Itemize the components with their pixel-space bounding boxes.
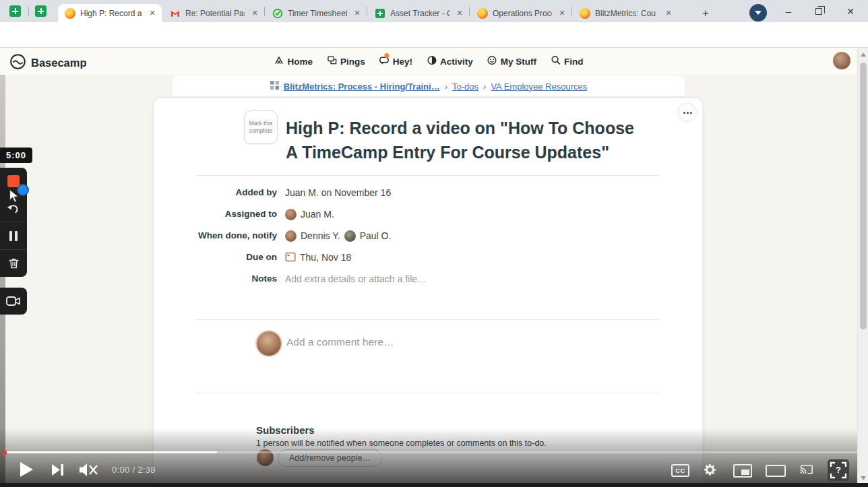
nav-find[interactable]: Find: [551, 55, 584, 67]
screen: High P: Record a ✕ Re: Potential Part ✕ …: [0, 0, 868, 487]
notify-avatar[interactable]: [285, 230, 297, 242]
trash-icon: [8, 257, 20, 269]
divider: [196, 319, 660, 320]
restore-icon: [815, 8, 822, 15]
tab-label: BlitzMetrics: Cou: [595, 9, 658, 18]
tab-separator: [28, 7, 29, 16]
settings-gear-button[interactable]: [702, 462, 718, 480]
close-tab-icon[interactable]: ✕: [557, 9, 567, 18]
comment-input[interactable]: Add a comment here…: [286, 336, 394, 348]
playhead[interactable]: [3, 451, 7, 455]
user-avatar[interactable]: [833, 52, 850, 69]
close-tab-icon[interactable]: ✕: [454, 9, 465, 18]
close-window-button[interactable]: ✕: [837, 3, 864, 20]
fullscreen-button[interactable]: ?: [828, 459, 849, 481]
grid-icon: [270, 81, 279, 92]
pause-record-button[interactable]: [0, 222, 27, 249]
tab-blitzmetrics[interactable]: BlitzMetrics: Cou ✕: [573, 4, 678, 22]
camera-toggle-button[interactable]: [0, 288, 27, 315]
scroll-down-arrow-icon[interactable]: [861, 476, 866, 480]
todo-title: High P: Record a video on "How To Choose…: [286, 116, 636, 164]
my-stuff-icon: [487, 55, 497, 67]
field-assigned-to: Assigned to Juan M.: [154, 206, 666, 222]
theater-mode-button[interactable]: [766, 465, 786, 477]
browser-toolbar: [0, 22, 868, 48]
notify-person[interactable]: Paul O.: [360, 230, 392, 241]
close-tab-icon[interactable]: ✕: [352, 9, 363, 18]
tab-separator: [264, 7, 265, 16]
basecamp-logo[interactable]: Basecamp: [9, 53, 87, 73]
brand-name: Basecamp: [31, 57, 87, 69]
nav-pings[interactable]: Pings: [327, 55, 365, 67]
video-edge-strip: [0, 75, 5, 487]
basecamp-favicon: [580, 8, 590, 19]
due-date[interactable]: Thu, Nov 18: [300, 252, 351, 263]
nav-hey[interactable]: Hey!: [379, 55, 412, 67]
field-notes: Notes Add extra details or attach a file…: [154, 271, 666, 287]
tab-operations[interactable]: Operations Proce ✕: [470, 4, 571, 22]
tab-gmail[interactable]: Re: Potential Part ✕: [163, 4, 264, 22]
tab-label: Re: Potential Part: [185, 9, 245, 18]
minimize-button[interactable]: –: [775, 3, 802, 20]
pings-icon: [327, 55, 337, 67]
tab-high-p-record[interactable]: High P: Record a ✕: [58, 4, 162, 22]
assignee-avatar[interactable]: [285, 209, 297, 220]
tab-timer[interactable]: Timer Timesheet ✕: [266, 4, 367, 22]
video-bottom-bar: [0, 483, 868, 487]
basecamp-favicon: [65, 8, 75, 19]
maximize-button[interactable]: [805, 3, 832, 20]
basecamp-header: Basecamp Home Pings Hey! Activity My Stu…: [0, 48, 857, 75]
scrollbar-thumb[interactable]: [860, 63, 867, 329]
notify-avatar[interactable]: [344, 230, 356, 242]
next-button[interactable]: [52, 464, 64, 478]
miniplayer-button[interactable]: [733, 464, 752, 478]
dots-icon: [683, 112, 685, 114]
breadcrumb-project-link[interactable]: BlitzMetrics: Process - Hiring/Traini…: [284, 82, 440, 92]
field-due-on: Due on Thu, Nov 18: [154, 249, 666, 265]
new-tab-button[interactable]: +: [697, 5, 714, 22]
pause-icon: [9, 231, 18, 241]
green-sheet-icon: [375, 8, 385, 19]
divider: [196, 393, 660, 393]
close-tab-icon[interactable]: ✕: [147, 9, 158, 18]
tab-label: High P: Record a: [80, 9, 142, 18]
tab-label: Asset Tracker - G: [390, 9, 450, 18]
nav-home[interactable]: Home: [274, 55, 313, 67]
tab-label: Operations Proce: [493, 9, 552, 18]
mark-complete-button[interactable]: Mark this complete: [244, 110, 278, 144]
notify-person[interactable]: Dennis Y.: [301, 230, 340, 241]
activity-icon: [427, 55, 437, 67]
breadcrumb: BlitzMetrics: Process - Hiring/Traini… ›…: [173, 76, 685, 96]
mute-button[interactable]: [80, 463, 98, 480]
play-button[interactable]: [20, 462, 33, 480]
cc-button[interactable]: CC: [671, 464, 689, 477]
find-icon: [551, 55, 561, 67]
breadcrumb-separator: ›: [483, 82, 486, 92]
calendar-icon: [285, 251, 296, 264]
media-control-button[interactable]: [749, 4, 767, 22]
timecamp-icon: [272, 8, 283, 19]
assignee-name[interactable]: Juan M.: [301, 209, 334, 220]
nav-activity[interactable]: Activity: [427, 55, 473, 67]
page-scrollbar[interactable]: [857, 48, 868, 487]
chevron-down-icon: [755, 11, 762, 15]
breadcrumb-list-link[interactable]: VA Employee Resources: [491, 82, 587, 92]
tab-asset-tracker[interactable]: Asset Tracker - G ✕: [368, 4, 469, 22]
pinned-tab-1[interactable]: [9, 5, 21, 17]
more-options-button[interactable]: [678, 103, 697, 122]
nav-my-stuff[interactable]: My Stuff: [487, 55, 536, 67]
breadcrumb-todos-link[interactable]: To-dos: [452, 82, 478, 92]
breadcrumb-separator: ›: [445, 82, 447, 92]
divider: [196, 175, 660, 176]
cast-button[interactable]: [798, 463, 814, 479]
time-display: 0:00 / 2:38: [112, 465, 156, 475]
delete-record-button[interactable]: [0, 250, 27, 277]
pinned-tab-2[interactable]: [35, 5, 46, 17]
field-notify: When done, notify Dennis Y. Paul O.: [154, 228, 666, 244]
home-icon: [274, 55, 284, 67]
close-tab-icon[interactable]: ✕: [249, 9, 260, 18]
close-tab-icon[interactable]: ✕: [663, 9, 674, 18]
scroll-up-arrow-icon[interactable]: [861, 53, 866, 57]
gmail-icon: [170, 8, 181, 19]
notes-placeholder[interactable]: Add extra details or attach a file…: [285, 271, 427, 287]
